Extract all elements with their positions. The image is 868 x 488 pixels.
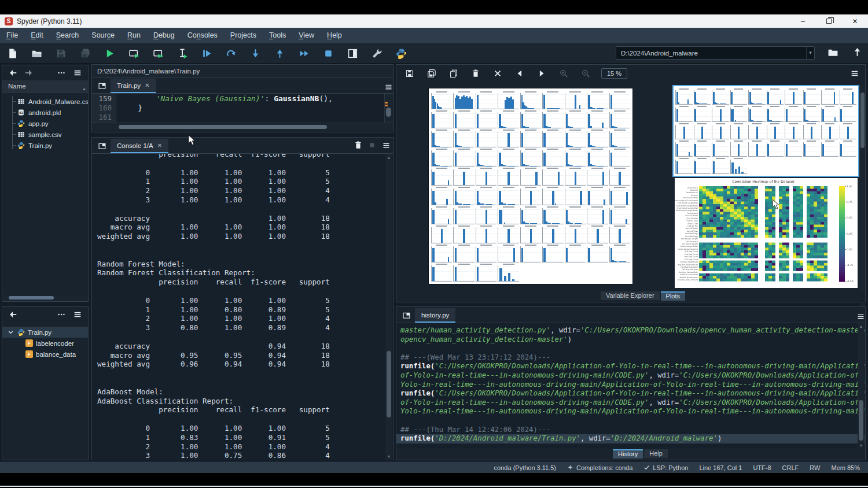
code-editor[interactable]: 159160161 'Naive Bayes (Gaussian)': Gaus…: [92, 94, 393, 123]
maximize-button[interactable]: [816, 14, 842, 28]
console-vscrollbar[interactable]: ▲ ▼: [385, 154, 392, 460]
step-into-icon[interactable]: [243, 45, 267, 62]
browse-tabs-icon[interactable]: [94, 79, 109, 93]
menu-file[interactable]: File: [0, 28, 24, 43]
maximize-pane-icon[interactable]: [340, 45, 365, 62]
pane-tab-plots[interactable]: Plots: [661, 291, 685, 301]
working-directory-combobox[interactable]: D:\2024\Android_malware ▾: [616, 46, 815, 60]
mini-histogram: [498, 225, 518, 243]
copy-plot-icon[interactable]: [444, 67, 464, 80]
editor-vscrollbar[interactable]: [384, 94, 393, 123]
file-item-sample.csv[interactable]: sample.csv: [2, 129, 88, 140]
save-plot-icon[interactable]: [400, 67, 420, 80]
editor-options-icon[interactable]: [384, 83, 393, 91]
history-output[interactable]: master/human_activity_detection.py', wdi…: [396, 323, 865, 449]
editor-hscrollbar[interactable]: [92, 123, 393, 130]
history-vscrollbar[interactable]: ▲ ▼: [858, 323, 865, 449]
menu-help[interactable]: Help: [321, 28, 348, 43]
go-to-cursor-icon[interactable]: [6, 308, 20, 321]
open-directory-icon[interactable]: [821, 43, 845, 61]
parent-directory-icon[interactable]: [845, 43, 868, 61]
outline-item-train-py[interactable]: Train.py: [2, 327, 88, 338]
files-name-header[interactable]: Name▲: [2, 80, 88, 93]
plots-vscrollbar[interactable]: [860, 84, 865, 341]
menu-run[interactable]: Run: [121, 28, 147, 43]
python-env-icon[interactable]: [389, 45, 413, 62]
new-file-icon[interactable]: [0, 45, 24, 62]
back-icon[interactable]: [6, 66, 20, 79]
console-options-icon[interactable]: [379, 139, 393, 151]
outline-label: balance_data: [36, 351, 76, 358]
forward-icon[interactable]: [22, 66, 36, 79]
outline-item-balance_data[interactable]: Fbalance_data: [2, 349, 88, 360]
browse-tabs-icon[interactable]: [94, 139, 109, 153]
menu-edit[interactable]: Edit: [24, 28, 50, 43]
debug-file-icon[interactable]: [194, 45, 219, 62]
pane-tab-history[interactable]: History: [613, 449, 643, 459]
chevron-down-icon[interactable]: ▾: [806, 47, 814, 59]
hamburger-menu-icon[interactable]: [71, 66, 84, 79]
browse-tabs-icon[interactable]: [399, 308, 414, 322]
mini-histogram: [565, 130, 586, 147]
save-all-plots-icon[interactable]: [422, 67, 442, 80]
close-tab-icon[interactable]: ✕: [145, 82, 149, 88]
menu-consoles[interactable]: Consoles: [181, 28, 224, 43]
menu-tools[interactable]: Tools: [263, 28, 292, 43]
close-all-plots-icon[interactable]: [488, 67, 507, 80]
files-hscrollbar[interactable]: [3, 295, 87, 301]
more-options-icon[interactable]: [54, 66, 68, 79]
check-icon: [643, 464, 650, 471]
plot-thumbnail-histograms[interactable]: [674, 86, 858, 176]
mini-histogram: [748, 123, 766, 139]
mini-histogram: [675, 141, 693, 157]
preferences-icon[interactable]: [365, 45, 389, 62]
outline-item-labelencoder[interactable]: Flabelencoder: [2, 338, 88, 349]
chevron-down-icon[interactable]: [7, 328, 14, 336]
run-cell-advance-icon[interactable]: [146, 45, 170, 62]
mini-histogram: [694, 106, 711, 122]
console-output[interactable]: precision recall f1-score support 0 1.00…: [92, 154, 393, 460]
history-options-icon[interactable]: [856, 312, 865, 321]
next-plot-icon[interactable]: [532, 67, 551, 80]
editor-tab-train-py[interactable]: Train.py✕: [111, 79, 156, 93]
open-file-icon[interactable]: [24, 45, 49, 62]
file-item-Android_Malware.cs[interactable]: Android_Malware.cs: [2, 96, 88, 107]
mini-histogram: [431, 130, 452, 147]
menu-view[interactable]: View: [292, 28, 321, 43]
file-item-Train.py[interactable]: Train.py: [2, 140, 88, 151]
console-tab[interactable]: Console 1/A✕: [111, 139, 168, 153]
plot-thumbnail-heatmap[interactable]: [675, 178, 858, 288]
debug-continue-icon[interactable]: [219, 45, 243, 62]
previous-plot-icon[interactable]: [510, 67, 529, 80]
menu-projects[interactable]: Projects: [224, 28, 263, 43]
interrupt-kernel-icon[interactable]: [365, 139, 379, 151]
remove-plot-icon[interactable]: [466, 67, 486, 80]
status-rw: RW: [810, 464, 820, 471]
run-selection-icon[interactable]: [170, 45, 194, 62]
menu-search[interactable]: Search: [50, 28, 86, 43]
mini-histogram: [730, 158, 748, 174]
close-tab-icon[interactable]: ✕: [157, 142, 162, 149]
step-return-icon[interactable]: [267, 45, 292, 62]
more-options-icon[interactable]: [54, 308, 68, 321]
close-button[interactable]: ✕: [842, 14, 868, 28]
hamburger-menu-icon[interactable]: [71, 308, 84, 321]
file-item-app.py[interactable]: app.py: [2, 118, 88, 129]
plots-options-icon[interactable]: [848, 67, 862, 80]
run-icon[interactable]: [97, 45, 122, 62]
stop-icon[interactable]: [316, 45, 340, 62]
pane-tab-variable-explorer[interactable]: Variable Explorer: [601, 291, 660, 300]
run-cell-icon[interactable]: [122, 45, 146, 62]
menu-source[interactable]: Source: [85, 28, 121, 43]
history-line: of-Yolo-in-real-time---in-autonomous-dri…: [396, 371, 865, 380]
remove-variables-icon[interactable]: [351, 139, 365, 151]
fast-forward-icon[interactable]: [292, 45, 316, 62]
menu-debug[interactable]: Debug: [147, 28, 181, 43]
file-item-android.pkl[interactable]: 01android.pkl: [2, 107, 88, 118]
minimize-button[interactable]: –: [790, 14, 816, 28]
history-tab[interactable]: history.py: [415, 308, 455, 323]
status-lsp-python: LSP: Python: [643, 464, 688, 471]
plot-figure-histogram-grid[interactable]: [429, 88, 632, 284]
pane-tab-help[interactable]: Help: [644, 449, 668, 458]
mini-histogram: [453, 91, 474, 109]
